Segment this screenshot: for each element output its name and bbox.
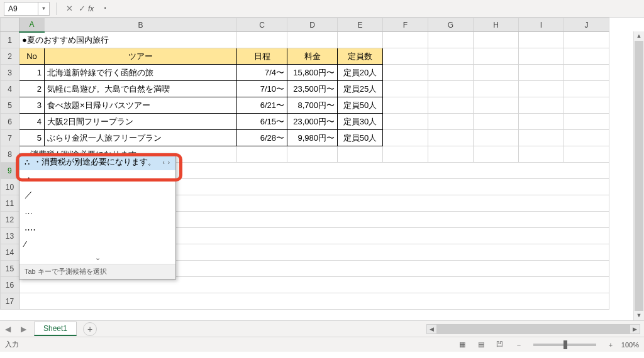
table-cell[interactable]: 7/10〜: [237, 81, 287, 97]
autocomplete-item[interactable]: ／: [19, 187, 175, 203]
table-cell[interactable]: 気軽に島遊び。大島で自然を満喫: [45, 81, 237, 97]
autocomplete-item[interactable]: …: [19, 203, 175, 219]
table-cell[interactable]: 9,980円〜: [287, 130, 338, 146]
cancel-icon[interactable]: ✕: [63, 4, 75, 13]
row-header[interactable]: 11: [1, 195, 19, 212]
table-cell[interactable]: 2: [19, 81, 45, 97]
col-header-D[interactable]: D: [287, 18, 338, 32]
zoom-level[interactable]: 100%: [621, 341, 639, 349]
row-header[interactable]: 16: [1, 277, 19, 293]
sheet-tab[interactable]: Sheet1: [34, 322, 77, 336]
col-header-B[interactable]: B: [45, 18, 237, 32]
select-all-corner[interactable]: [1, 18, 19, 32]
row-header[interactable]: 10: [1, 179, 19, 195]
row-header[interactable]: 9: [1, 163, 19, 179]
table-cell[interactable]: 定員50人: [338, 130, 383, 146]
row-header[interactable]: 14: [1, 244, 19, 261]
table-cell[interactable]: 定員25人: [338, 81, 383, 97]
table-cell[interactable]: 23,000円〜: [287, 114, 338, 130]
table-header-date[interactable]: 日程: [237, 48, 287, 65]
table-header-cap[interactable]: 定員数: [338, 48, 383, 65]
table-cell[interactable]: 北海道新幹線で行く函館の旅: [45, 65, 237, 81]
zoom-out-button[interactable]: −: [511, 339, 527, 350]
formula-bar-row: A9 ▼ ✕ ✓ fx: [0, 0, 644, 18]
table-header-no[interactable]: No: [19, 48, 45, 65]
table-cell[interactable]: 定員20人: [338, 65, 383, 81]
cell-title[interactable]: ●夏のおすすめ国内旅行: [19, 32, 237, 48]
row-header[interactable]: 17: [1, 293, 19, 310]
col-header-A[interactable]: A: [19, 18, 45, 32]
table-cell[interactable]: 23,500円〜: [287, 81, 338, 97]
tab-nav-prev-icon[interactable]: ◀: [0, 325, 16, 334]
vertical-scrollbar[interactable]: ▲ ▼: [633, 31, 644, 320]
row-header[interactable]: 15: [1, 261, 19, 277]
col-header-E[interactable]: E: [338, 18, 383, 32]
row-header[interactable]: 5: [1, 97, 19, 114]
table-cell[interactable]: 8,700円〜: [287, 97, 338, 114]
autocomplete-item[interactable]: ・: [19, 170, 175, 187]
table-cell[interactable]: 1: [19, 65, 45, 81]
row-header[interactable]: 2: [1, 48, 19, 65]
table-cell[interactable]: 6/21〜: [237, 97, 287, 114]
col-header-J[interactable]: J: [564, 18, 609, 32]
table-cell[interactable]: 6/15〜: [237, 114, 287, 130]
view-normal-icon[interactable]: ▦: [454, 339, 470, 350]
col-header-I[interactable]: I: [519, 18, 564, 32]
table-cell[interactable]: 定員50人: [338, 97, 383, 114]
table-cell[interactable]: 6/28〜: [237, 130, 287, 146]
zoom-slider[interactable]: [533, 344, 596, 346]
table-cell[interactable]: 大阪2日間フリープラン: [45, 114, 237, 130]
autocomplete-popup: ∴ ・消費税が別途必要になります。 ‹ › ・ ／ … ‥‥ ∕ ⌄ Tab キ…: [19, 153, 176, 279]
col-header-H[interactable]: H: [474, 18, 519, 32]
row-header[interactable]: 6: [1, 114, 19, 130]
horizontal-scrollbar[interactable]: ◀▶: [426, 324, 640, 334]
col-header-G[interactable]: G: [428, 18, 474, 32]
row-header[interactable]: 8: [1, 146, 19, 163]
autocomplete-item[interactable]: ∴ ・消費税が別途必要になります。 ‹ ›: [19, 154, 175, 170]
view-page-break-icon[interactable]: 凹: [492, 339, 508, 350]
autocomplete-item[interactable]: ∕: [19, 236, 175, 252]
status-mode: 入力: [5, 340, 19, 349]
zoom-in-button[interactable]: +: [602, 339, 619, 350]
row-header[interactable]: 7: [1, 130, 19, 146]
table-cell[interactable]: 食べ放題×日帰りバスツアー: [45, 97, 237, 114]
table-cell[interactable]: 定員30人: [338, 114, 383, 130]
table-cell[interactable]: 3: [19, 97, 45, 114]
autocomplete-item[interactable]: ‥‥: [19, 219, 175, 236]
name-box[interactable]: A9: [4, 2, 38, 16]
row-header[interactable]: 3: [1, 65, 19, 81]
status-bar: 入力 ▦ ▤ 凹 − + 100%: [0, 337, 644, 352]
fx-icon[interactable]: fx: [88, 4, 94, 13]
table-cell[interactable]: ぶらり金沢一人旅フリープラン: [45, 130, 237, 146]
name-box-dropdown[interactable]: ▼: [38, 2, 50, 16]
col-header-C[interactable]: C: [237, 18, 287, 32]
formula-input[interactable]: [99, 2, 644, 16]
row-header[interactable]: 1: [1, 32, 19, 48]
row-header[interactable]: 12: [1, 212, 19, 228]
tab-nav-next-icon[interactable]: ▶: [16, 325, 31, 334]
col-header-F[interactable]: F: [383, 18, 428, 32]
view-page-layout-icon[interactable]: ▤: [473, 339, 489, 350]
autocomplete-hint: Tab キーで予測候補を選択: [19, 264, 175, 279]
worksheet-area: A B C D E F G H I J 1 ●夏のおすすめ国内旅行 2 No ツ…: [0, 18, 644, 320]
table-cell[interactable]: 5: [19, 130, 45, 146]
enter-icon[interactable]: ✓: [75, 4, 88, 13]
table-header-tour[interactable]: ツアー: [45, 48, 237, 65]
table-cell[interactable]: 4: [19, 114, 45, 130]
add-sheet-button[interactable]: +: [83, 322, 97, 336]
table-cell[interactable]: 7/4〜: [237, 65, 287, 81]
divider: [56, 3, 57, 15]
row-header[interactable]: 4: [1, 81, 19, 97]
autocomplete-expand-icon[interactable]: ⌄: [19, 252, 175, 264]
table-cell[interactable]: 15,800円〜: [287, 65, 338, 81]
sheet-tab-bar: ◀ ▶ Sheet1 + ◀▶: [0, 320, 644, 337]
row-header[interactable]: 13: [1, 228, 19, 244]
table-header-price[interactable]: 料金: [287, 48, 338, 65]
